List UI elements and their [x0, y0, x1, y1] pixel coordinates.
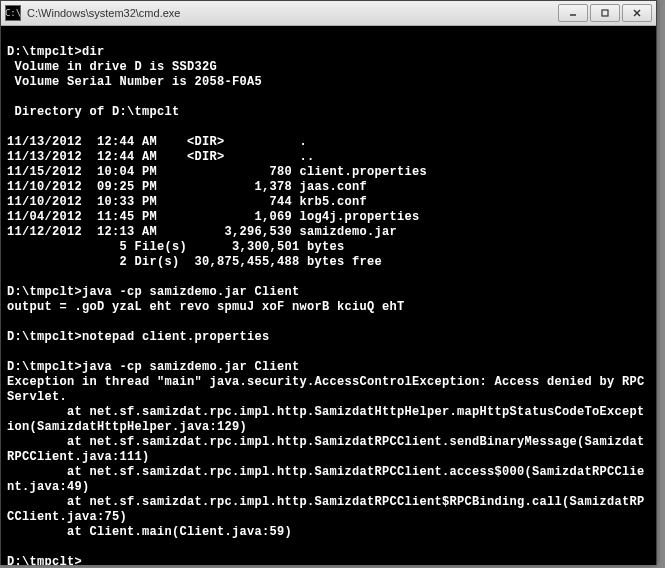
terminal-line: at Client.main(Client.java:59) — [7, 525, 650, 540]
terminal-line — [7, 270, 650, 285]
cmd-window: C:\ C:\Windows\system32\cmd.exe D:\tmpcl… — [0, 0, 657, 565]
minimize-button[interactable] — [558, 4, 588, 22]
terminal-line — [7, 315, 650, 330]
terminal-line — [7, 90, 650, 105]
cmd-icon: C:\ — [5, 5, 21, 21]
terminal-line: output = .goD yzaL eht revo spmuJ xoF nw… — [7, 300, 650, 315]
terminal-line: D:\tmpclt> — [7, 555, 650, 565]
terminal-line: 11/10/2012 09:25 PM 1,378 jaas.conf — [7, 180, 650, 195]
terminal-line: Exception in thread "main" java.security… — [7, 375, 650, 405]
terminal-line — [7, 30, 650, 45]
maximize-icon — [600, 8, 610, 18]
close-icon — [632, 8, 642, 18]
terminal-line: at net.sf.samizdat.rpc.impl.http.Samizda… — [7, 465, 650, 495]
titlebar-buttons — [558, 4, 652, 22]
terminal-line: at net.sf.samizdat.rpc.impl.http.Samizda… — [7, 435, 650, 465]
terminal-line: D:\tmpclt>dir — [7, 45, 650, 60]
terminal-line — [7, 540, 650, 555]
terminal-line: at net.sf.samizdat.rpc.impl.http.Samizda… — [7, 495, 650, 525]
terminal-output[interactable]: D:\tmpclt>dir Volume in drive D is SSD32… — [1, 26, 656, 565]
terminal-line: at net.sf.samizdat.rpc.impl.http.Samizda… — [7, 405, 650, 435]
maximize-button[interactable] — [590, 4, 620, 22]
terminal-line — [7, 120, 650, 135]
terminal-line: Volume in drive D is SSD32G — [7, 60, 650, 75]
titlebar[interactable]: C:\ C:\Windows\system32\cmd.exe — [1, 1, 656, 26]
terminal-line: D:\tmpclt>java -cp samizdemo.jar Client — [7, 360, 650, 375]
terminal-line: Volume Serial Number is 2058-F0A5 — [7, 75, 650, 90]
terminal-line: 11/04/2012 11:45 PM 1,069 log4j.properti… — [7, 210, 650, 225]
svg-rect-1 — [602, 10, 608, 16]
terminal-line: 11/13/2012 12:44 AM <DIR> .. — [7, 150, 650, 165]
window-title: C:\Windows\system32\cmd.exe — [27, 7, 558, 19]
terminal-line: 5 File(s) 3,300,501 bytes — [7, 240, 650, 255]
terminal-line: 11/10/2012 10:33 PM 744 krb5.conf — [7, 195, 650, 210]
terminal-line: D:\tmpclt>notepad client.properties — [7, 330, 650, 345]
terminal-line: 11/12/2012 12:13 AM 3,296,530 samizdemo.… — [7, 225, 650, 240]
terminal-line — [7, 345, 650, 360]
close-button[interactable] — [622, 4, 652, 22]
terminal-line: 2 Dir(s) 30,875,455,488 bytes free — [7, 255, 650, 270]
terminal-line: 11/15/2012 10:04 PM 780 client.propertie… — [7, 165, 650, 180]
minimize-icon — [568, 8, 578, 18]
terminal-line: 11/13/2012 12:44 AM <DIR> . — [7, 135, 650, 150]
terminal-line: Directory of D:\tmpclt — [7, 105, 650, 120]
terminal-line: D:\tmpclt>java -cp samizdemo.jar Client — [7, 285, 650, 300]
